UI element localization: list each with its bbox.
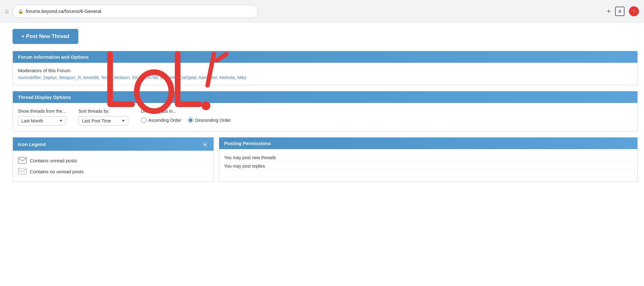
radio-options: Ascending Order Descending Order xyxy=(141,117,231,123)
bottom-sections: Icon Legend ▲ Contains unread posts xyxy=(13,137,638,182)
svg-rect-3 xyxy=(18,168,26,175)
posting-permissions-body: You may post new threads You may post re… xyxy=(219,149,637,175)
mod-link-11[interactable]: Mibz xyxy=(237,75,247,80)
show-threads-select[interactable]: Last Day Last Week Last Month Last 3 Mon… xyxy=(18,116,66,126)
lock-icon: 🔒 xyxy=(18,9,23,14)
sort-threads-label: Sort threads by: xyxy=(79,109,128,114)
descending-option[interactable]: Descending Order xyxy=(188,117,231,123)
order-threads-group: Order threads in... Ascending Order Desc… xyxy=(141,109,231,123)
show-threads-group: Show threads from the... Last Day Last W… xyxy=(18,109,66,126)
ascending-label: Ascending Order xyxy=(148,118,181,123)
order-threads-label: Order threads in... xyxy=(141,109,231,114)
home-icon[interactable]: ⌂ xyxy=(5,8,9,15)
icon-legend-header: Icon Legend ▲ xyxy=(13,138,214,151)
forum-info-header: Forum Information and Options xyxy=(13,51,637,63)
thread-options-body: Show threads from the... Last Day Last W… xyxy=(13,103,637,131)
browser-chrome: ⌂ 🔒 forums.beyond.ca/forums/6-General + … xyxy=(0,0,644,23)
envelope-read-icon xyxy=(18,168,27,175)
legend-item-unread: Contains unread posts xyxy=(18,155,208,166)
legend-item-read: Contains no unread posts xyxy=(18,166,208,177)
icon-legend-section: Icon Legend ▲ Contains unread posts xyxy=(13,137,214,182)
posting-permissions-section: Posting Permissions You may post new thr… xyxy=(219,137,638,182)
moderators-list: nismodrifter, Zephyr, Weapon_R, kevie88,… xyxy=(18,75,632,80)
descending-radio[interactable] xyxy=(188,117,193,123)
mod-link-9[interactable]: hampstor xyxy=(199,75,217,80)
thread-options-section: Thread Display Options Show threads from… xyxy=(13,91,638,132)
show-threads-label: Show threads from the... xyxy=(18,109,66,114)
icon-legend-body: Contains unread posts Contains no unread… xyxy=(13,151,214,181)
mod-link-10[interactable]: Melinda xyxy=(219,75,235,80)
mod-link-8[interactable]: BerserkerCatSplat xyxy=(160,75,196,80)
sort-threads-group: Sort threads by: Last Post Time Thread S… xyxy=(79,109,128,126)
mod-link-1[interactable]: nismodrifter xyxy=(18,75,41,80)
icon-legend-title: Icon Legend xyxy=(18,142,46,147)
ascending-option[interactable]: Ascending Order xyxy=(141,117,181,123)
collapse-button[interactable]: ▲ xyxy=(202,141,208,148)
mod-link-6[interactable]: EK 2.0 xyxy=(132,75,146,80)
sort-threads-select[interactable]: Last Post Time Thread Start Time Number … xyxy=(79,116,128,126)
descending-label: Descending Order xyxy=(195,118,231,123)
thread-display-header: Thread Display Options xyxy=(13,91,637,103)
new-tab-button[interactable]: + xyxy=(607,7,611,15)
permission-new-threads: You may post new threads xyxy=(224,154,632,162)
forum-info-section: Forum Information and Options Moderators… xyxy=(13,51,638,85)
forum-info-body: Moderators of this Forum nismodrifter, Z… xyxy=(13,63,637,85)
tab-count[interactable]: 4 xyxy=(615,7,625,16)
mod-link-4[interactable]: kevie88 xyxy=(83,75,98,80)
browser-actions: + 4 ↑ xyxy=(607,6,639,16)
posting-permissions-header: Posting Permissions xyxy=(219,138,637,149)
legend-unread-label: Contains unread posts xyxy=(30,158,77,163)
envelope-unread-icon xyxy=(18,157,27,164)
ascending-radio[interactable] xyxy=(141,117,147,123)
moderators-label: Moderators of this Forum xyxy=(18,68,632,73)
url-text: forums.beyond.ca/forums/6-General xyxy=(26,8,101,14)
mod-link-2[interactable]: Zephyr xyxy=(43,75,57,80)
post-new-thread-button[interactable]: + Post New Thread xyxy=(13,29,78,44)
address-bar[interactable]: 🔒 forums.beyond.ca/forums/6-General xyxy=(13,5,258,18)
mod-link-3[interactable]: Weapon_R xyxy=(59,75,81,80)
mod-link-5[interactable]: Team_Mclaren xyxy=(101,75,130,80)
mod-link-7[interactable]: A790 xyxy=(148,75,158,80)
update-button[interactable]: ↑ xyxy=(629,6,639,16)
permission-replies: You may post replies xyxy=(224,162,632,170)
svg-rect-2 xyxy=(18,157,26,164)
legend-read-label: Contains no unread posts xyxy=(30,169,84,174)
page-content: + Post New Thread Forum Information and … xyxy=(0,23,644,188)
